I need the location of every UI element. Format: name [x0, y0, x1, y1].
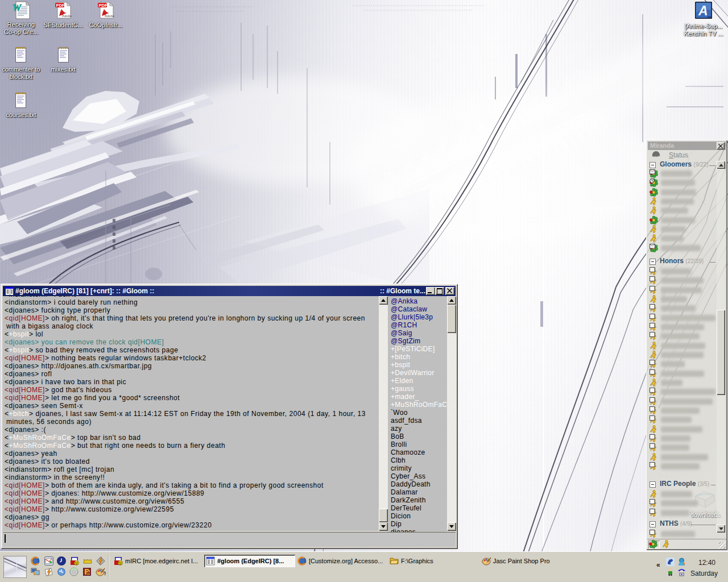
svg-text:A: A	[698, 3, 708, 18]
svg-text:W: W	[13, 2, 22, 13]
svg-text:Adobe: Adobe	[62, 14, 72, 18]
svg-text:PDF: PDF	[56, 3, 65, 8]
svg-text:?: ?	[104, 571, 106, 576]
svg-text:Adobe: Adobe	[105, 14, 114, 18]
svg-text:stop: stop	[541, 172, 559, 181]
svg-text:PDF: PDF	[99, 3, 107, 8]
svg-text:properties: properties	[587, 204, 626, 213]
